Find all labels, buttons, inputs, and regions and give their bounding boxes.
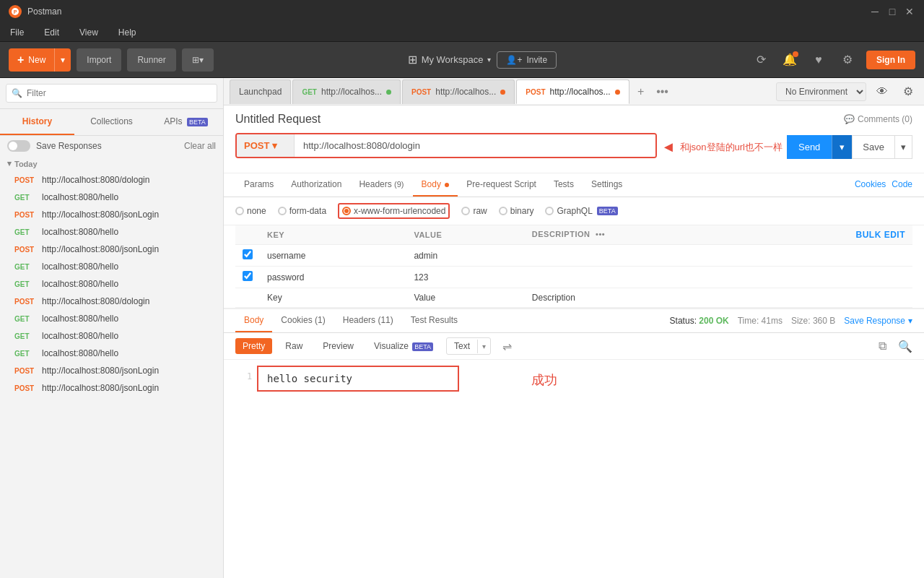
url-input[interactable] (295, 134, 655, 157)
invite-label: Invite (526, 55, 547, 65)
save-response-chevron: ▾ (908, 316, 912, 326)
eye-icon[interactable]: 👁 (872, 82, 892, 102)
method-badge: GET (14, 332, 38, 340)
radio-form-data[interactable]: form-data (278, 206, 326, 216)
minimize-icon[interactable]: ─ (869, 6, 881, 17)
method-select[interactable]: POST ▾ (237, 134, 295, 157)
method-badge: GET (14, 228, 38, 236)
format-raw[interactable]: Raw (278, 338, 310, 354)
radio-binary[interactable]: binary (499, 206, 534, 216)
tab-launchpad[interactable]: Launchpad (230, 79, 291, 104)
list-item[interactable]: POST http://localhost:8080/dologin (0, 171, 223, 189)
text-format-dropdown[interactable]: Text ▾ (446, 337, 491, 355)
environment-select[interactable]: No Environment (776, 82, 866, 101)
add-tab-button[interactable]: + (631, 82, 651, 102)
clear-all-button[interactable]: Clear all (184, 141, 216, 151)
invite-icon: 👤+ (506, 55, 522, 65)
copy-icon[interactable]: ⧉ (879, 340, 886, 353)
bulk-edit-button[interactable]: Bulk Edit (856, 230, 906, 240)
format-preview[interactable]: Preview (315, 338, 361, 354)
search-response-icon[interactable]: 🔍 (898, 340, 912, 353)
more-options-icon[interactable]: ••• (593, 227, 608, 241)
sync-icon[interactable]: ⟳ (751, 50, 771, 70)
import-button[interactable]: Import (77, 48, 121, 72)
maximize-icon[interactable]: □ (886, 6, 898, 17)
tab-history[interactable]: History (0, 109, 74, 135)
row-checkbox[interactable] (243, 249, 253, 259)
grid-button[interactable]: ⊞▾ (182, 48, 214, 72)
text-dropdown-arrow[interactable]: ▾ (477, 340, 490, 353)
desc-placeholder[interactable]: Description (525, 288, 912, 308)
resp-tab-body[interactable]: Body (235, 309, 272, 332)
invite-button[interactable]: 👤+ Invite (497, 51, 557, 69)
save-dropdown[interactable]: ▾ (895, 135, 912, 159)
tab-post-request-1[interactable]: POST http://localhos... (402, 79, 515, 104)
tab-post-request-2[interactable]: POST http://localhos... (516, 79, 629, 104)
sign-in-button[interactable]: Sign In (866, 51, 915, 69)
close-icon[interactable]: ✕ (904, 6, 915, 17)
send-dropdown[interactable]: ▾ (832, 135, 852, 159)
resp-tab-headers[interactable]: Headers (11) (334, 309, 402, 332)
radio-graphql[interactable]: GraphQL BETA (545, 206, 617, 216)
list-item[interactable]: POST http://localhost:8080/jsonLogin (0, 206, 223, 223)
key-placeholder[interactable]: Key (260, 288, 406, 308)
notification-icon[interactable]: 🔔 (780, 50, 800, 70)
send-button[interactable]: Send (787, 135, 832, 159)
tab-apis[interactable]: APIs BETA (149, 109, 223, 135)
new-button[interactable]: + New ▾ (9, 48, 71, 72)
code-link[interactable]: Code (892, 173, 912, 197)
list-item[interactable]: GET localhost:8080/hello (0, 223, 223, 241)
menu-view[interactable]: View (75, 26, 103, 39)
search-input[interactable] (6, 84, 217, 103)
save-button[interactable]: Save (852, 135, 895, 159)
heart-icon[interactable]: ♥ (808, 50, 829, 70)
tab-get-request[interactable]: GET http://localhos... (292, 79, 401, 104)
list-item[interactable]: POST http://localhost:8080/dologin (0, 293, 223, 310)
list-item[interactable]: GET localhost:8080/hello (0, 327, 223, 345)
comments-link[interactable]: 💬 Comments (0) (844, 114, 912, 124)
subtab-settings[interactable]: Settings (583, 173, 631, 197)
cookies-link[interactable]: Cookies (855, 173, 886, 197)
format-pretty[interactable]: Pretty (235, 338, 272, 354)
request-tabs-bar: Launchpad GET http://localhos... POST ht… (224, 78, 924, 105)
collapse-icon[interactable]: ▾ (7, 159, 12, 168)
subtab-headers[interactable]: Headers (9) (350, 173, 412, 197)
save-responses-toggle[interactable] (7, 140, 30, 152)
list-item[interactable]: GET localhost:8080/hello (0, 275, 223, 293)
list-item[interactable]: POST http://localhost:8080/jsonLogin (0, 362, 223, 379)
list-item[interactable]: GET localhost:8080/hello (0, 345, 223, 362)
runner-button[interactable]: Runner (127, 48, 175, 72)
list-item[interactable]: GET localhost:8080/hello (0, 189, 223, 206)
radio-raw[interactable]: raw (461, 206, 487, 216)
format-visualize[interactable]: Visualize BETA (367, 338, 440, 354)
row-checkbox[interactable] (243, 271, 253, 281)
menu-help[interactable]: Help (114, 26, 141, 39)
workspace-button[interactable]: ⊞ My Workspace ▾ (408, 53, 492, 66)
resp-tab-test-results[interactable]: Test Results (402, 309, 466, 332)
tab-collections[interactable]: Collections (74, 109, 149, 135)
list-item[interactable]: GET localhost:8080/hello (0, 258, 223, 275)
list-item[interactable]: POST http://localhost:8080/jsonLogin (0, 379, 223, 397)
settings-icon[interactable]: ⚙ (837, 50, 858, 70)
wrap-icon[interactable]: ⇌ (502, 340, 512, 353)
request-title: Untitled Request (235, 113, 321, 126)
subtab-body[interactable]: Body (413, 173, 458, 197)
list-item[interactable]: GET localhost:8080/hello (0, 310, 223, 327)
settings-env-icon[interactable]: ⚙ (898, 82, 918, 102)
radio-none[interactable]: none (235, 206, 266, 216)
save-response-button[interactable]: Save Response ▾ (844, 316, 912, 326)
subtab-tests[interactable]: Tests (545, 173, 583, 197)
subtab-pre-request[interactable]: Pre-request Script (458, 173, 545, 197)
more-tabs-button[interactable]: ••• (653, 82, 673, 102)
today-header: ▾ Today (0, 156, 223, 171)
list-item[interactable]: POST http://localhost:8080/jsonLogin (0, 241, 223, 258)
resp-tab-cookies[interactable]: Cookies (1) (272, 309, 334, 332)
menu-edit[interactable]: Edit (40, 26, 64, 39)
unsaved-dot (386, 90, 391, 95)
radio-urlencoded[interactable]: x-www-form-urlencoded (338, 203, 450, 219)
value-placeholder[interactable]: Value (406, 288, 524, 308)
new-dropdown[interactable]: ▾ (54, 48, 71, 72)
subtab-params[interactable]: Params (235, 173, 282, 197)
subtab-authorization[interactable]: Authorization (282, 173, 350, 197)
menu-file[interactable]: File (6, 26, 28, 39)
